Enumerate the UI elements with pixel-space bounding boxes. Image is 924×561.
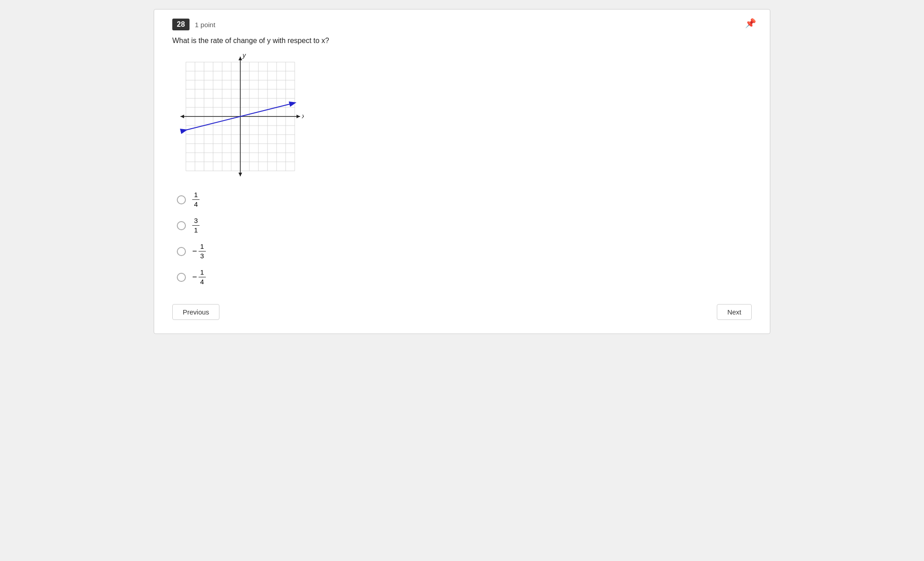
option-c-radio[interactable]: [177, 247, 186, 256]
question-text: What is the rate of change of y with res…: [172, 37, 752, 45]
option-d-radio[interactable]: [177, 273, 186, 282]
option-a: 1 4: [177, 191, 752, 208]
option-d-inner-fraction: 1 4: [199, 268, 206, 286]
nav-buttons: Previous Next: [172, 304, 752, 320]
previous-button[interactable]: Previous: [172, 304, 219, 320]
option-d-fraction: − 1 4: [192, 268, 206, 286]
option-c-minus: −: [192, 247, 197, 256]
graph-area: x y: [177, 53, 752, 180]
y-axis-bottom-arrow: [238, 173, 242, 176]
option-c-denominator: 3: [199, 251, 206, 260]
options-area: 1 4 3 1 − 1 3: [177, 191, 752, 286]
question-number: 28: [172, 19, 190, 30]
option-b-radio[interactable]: [177, 221, 186, 230]
option-b-denominator: 1: [192, 226, 199, 234]
option-b-fraction: 3 1: [192, 217, 199, 234]
x-axis-right-arrow: [297, 115, 300, 118]
option-c-fraction: − 1 3: [192, 242, 206, 260]
option-b-numerator: 3: [192, 217, 199, 226]
pin-icon[interactable]: 📌: [745, 18, 756, 29]
option-d: − 1 4: [177, 268, 752, 286]
question-points: 1 point: [195, 21, 215, 29]
option-d-denominator: 4: [199, 277, 206, 286]
option-a-numerator: 1: [192, 191, 199, 200]
x-axis-label: x: [302, 112, 304, 120]
option-d-numerator: 1: [199, 268, 206, 277]
next-button[interactable]: Next: [717, 304, 752, 320]
question-container: 📌 28 1 point What is the rate of change …: [154, 9, 770, 334]
coordinate-graph: x y: [177, 53, 304, 180]
option-a-fraction: 1 4: [192, 191, 199, 208]
question-header: 28 1 point: [172, 19, 752, 30]
option-a-radio[interactable]: [177, 195, 186, 204]
option-a-denominator: 4: [192, 200, 199, 208]
option-c-numerator: 1: [199, 242, 206, 251]
option-c: − 1 3: [177, 242, 752, 260]
x-axis-left-arrow: [180, 115, 184, 118]
y-axis-top-arrow: [238, 57, 242, 60]
option-d-minus: −: [192, 272, 197, 282]
option-b: 3 1: [177, 217, 752, 234]
option-c-inner-fraction: 1 3: [199, 242, 206, 260]
y-axis-label: y: [242, 53, 246, 59]
